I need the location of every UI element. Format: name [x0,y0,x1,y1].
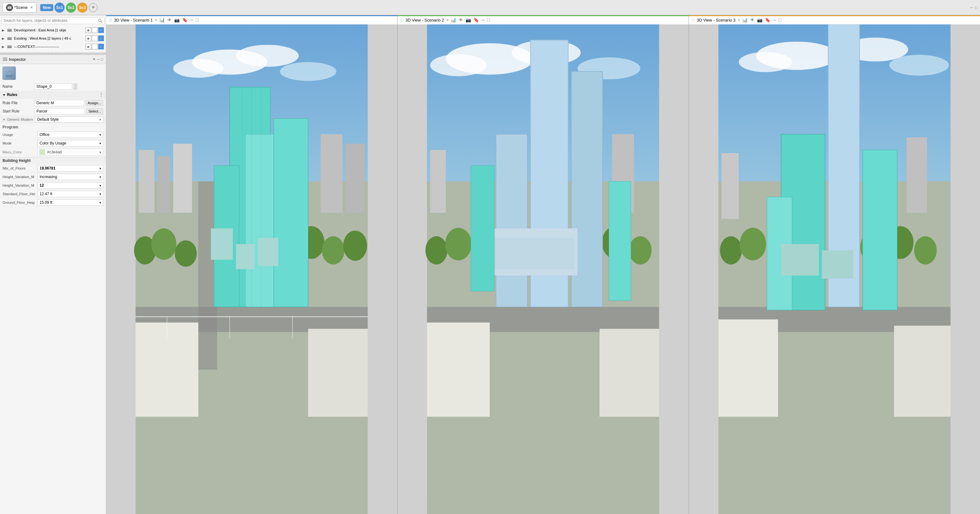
rule-file-row: Rule File Generic M Assign... [0,99,106,107]
assign-button[interactable]: Assign... [86,100,103,106]
maximize-view-icon[interactable]: □ [196,18,198,22]
camera-icon[interactable]: 📷 [757,18,762,22]
scenario-sc3[interactable]: Sc3 [77,3,88,13]
usage-value: Office [40,132,49,137]
std-floor-label: Standard_Floor_Hei [3,192,37,196]
bar-chart-icon[interactable]: 📊 [451,18,456,22]
mass-color-dropdown[interactable]: #c3e4ad ▾ [37,148,103,156]
layer-checks: ▦ ✓ [86,44,104,49]
svg-rect-6 [7,30,12,31]
bookmark-icon[interactable]: 🔖 [182,18,188,22]
bar-chart-icon[interactable]: 📊 [159,18,165,22]
svg-rect-75 [600,329,659,417]
chevron-down-icon: ▾ [99,142,101,145]
camera-icon[interactable]: 📷 [174,18,180,22]
svg-rect-27 [139,150,154,212]
layer-row[interactable]: ▶ Existing : West Area [2 layers | 49 c … [1,34,105,43]
scenario-sc2[interactable]: Sc2 [66,3,76,13]
view-close-1[interactable]: ✕ [154,18,158,22]
maximize-view-icon[interactable]: □ [778,18,781,22]
std-floor-dropdown[interactable]: 12.47 ft ▾ [37,191,103,197]
scene-tab[interactable]: *Scene ✕ [3,3,37,13]
mass-color-row: Mass_Color #c3e4ad ▾ [0,148,106,157]
maximize-view-icon[interactable]: □ [487,18,490,22]
layer-select-toggle[interactable]: ✓ [98,44,104,49]
ground-floor-label: Ground_Floor_Heig [3,201,37,204]
svg-rect-47 [236,244,255,269]
view-close-2[interactable]: ✕ [446,18,449,22]
inspector-close[interactable]: ✕ [92,57,95,61]
inspector-minimize[interactable]: ─ [97,57,100,61]
eye-icon[interactable]: 👁 [167,18,172,22]
bar-chart-icon[interactable]: 📊 [742,18,748,22]
view-tab-2[interactable]: ⬡ 3D View - Scenario 2 ✕ 📊 👁 📷 🔖 ─ □ [398,15,689,24]
svg-rect-74 [427,322,490,417]
view-content-2 [398,24,689,514]
view-close-3[interactable]: ✕ [737,18,740,22]
select-button[interactable]: Select... [86,108,103,114]
layer-hatch-toggle[interactable]: ▦ [86,27,91,33]
eye-icon[interactable]: 👁 [459,18,463,22]
svg-point-87 [720,236,742,265]
mass-color-value: #c3e4ad [47,150,62,154]
bookmark-icon[interactable]: 🔖 [474,18,479,22]
start-rule-value: Parcel [34,108,85,114]
maximize-button[interactable]: □ [975,5,977,10]
layer-select-toggle[interactable]: ✓ [98,35,104,41]
layer-hatch-toggle[interactable]: ▦ [86,35,91,41]
svg-point-65 [445,228,472,260]
ground-floor-dropdown[interactable]: 15.09 ft ▾ [37,200,103,206]
view-title-2: 3D View - Scenario 2 [406,18,444,22]
style-value: Default Style [37,117,59,122]
name-input[interactable] [34,83,72,90]
svg-point-38 [344,231,367,261]
layer-select-toggle[interactable]: ✓ [98,27,104,33]
layer-visibility-toggle[interactable] [92,44,97,49]
minimize-view-icon[interactable]: ─ [773,18,776,22]
layer-visibility-toggle[interactable] [92,27,97,33]
rules-section-header[interactable]: ▼ Rules ⋮ [0,91,106,99]
camera-icon[interactable]: 📷 [466,18,471,22]
height-var-val-dropdown[interactable]: 12 ▾ [37,182,103,188]
svg-rect-46 [211,228,233,260]
scenario-sc1[interactable]: Sc1 [54,3,65,13]
height-var-mode-value: Increasing [40,175,57,179]
scene-tab-close[interactable]: ✕ [30,5,33,10]
minimize-view-icon[interactable]: ─ [482,18,485,22]
view-tab-1[interactable]: ⬡ 3D View - Scenario 1 ✕ 📊 👁 📷 🔖 ─ □ [106,15,397,24]
chevron-down-icon: ▾ [99,167,101,170]
view-tab-3[interactable]: ⬡ 3D View - Scenario 3 ✕ 📊 👁 📷 🔖 ─ □ [689,15,980,24]
inspector-maximize[interactable]: □ [101,57,103,61]
eye-icon[interactable]: 👁 [750,18,754,22]
layer-row[interactable]: ▶ ---CONTEXT-------------------- ▦ ✓ [1,43,105,51]
height-var-mode-dropdown[interactable]: Increasing ▾ [37,174,103,180]
search-input[interactable] [3,18,98,23]
nbr-floors-dropdown[interactable]: 19.06781 ▾ [37,165,103,171]
minimize-view-icon[interactable]: ─ [190,18,193,22]
search-icon [98,18,102,23]
minimize-button[interactable]: ─ [970,5,973,10]
layer-row[interactable]: ▶ Development : East Area [1 obje ▦ ✓ [1,26,105,34]
rules-menu[interactable]: ⋮ [99,92,103,97]
building-height-header: Building Height [0,157,106,164]
mode-row: Mode Color By Usage ▾ [0,139,106,148]
svg-rect-10 [7,39,12,40]
chevron-down-icon: ▾ [99,118,101,121]
layer-hatch-toggle[interactable]: ▦ [86,44,91,49]
mode-dropdown[interactable]: Color By Usage ▾ [37,140,103,147]
height-var-val-row: Height_Variation_M 12 ▾ [0,181,106,190]
scenario-now[interactable]: Now [40,4,53,11]
add-scenario-button[interactable]: + [89,3,97,12]
chevron-down-icon: ▾ [99,175,101,179]
name-scroll[interactable] [73,83,77,90]
layer-checks: ▦ ✓ [86,35,104,41]
search-bar[interactable] [1,17,105,24]
bookmark-icon[interactable]: 🔖 [765,18,770,22]
view-title-1: 3D View - Scenario 1 [114,18,153,22]
layer-visibility-toggle[interactable] [92,35,97,41]
layer-label: Existing : West Area [2 layers | 49 c [14,37,86,40]
start-rule-row: Start Rule Parcel Select... [0,107,106,115]
usage-dropdown[interactable]: Office ▾ [37,131,103,138]
svg-marker-17 [6,71,12,75]
style-dropdown[interactable]: Default Style ▾ [35,116,103,123]
